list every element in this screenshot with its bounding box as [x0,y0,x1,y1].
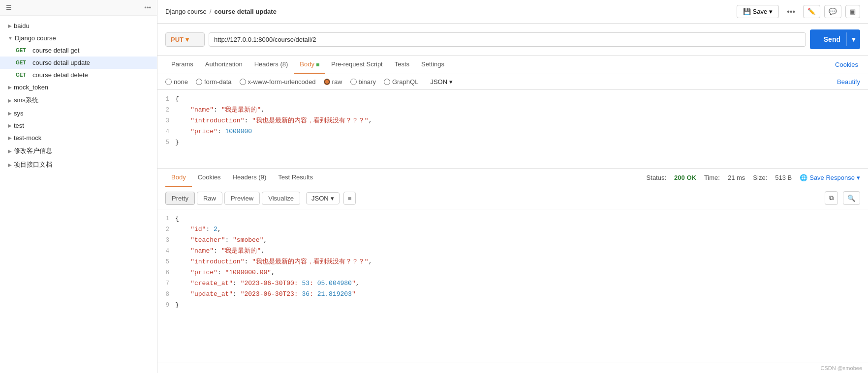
request-tabs: ParamsAuthorizationHeaders (8)BodyPre-re… [157,56,868,74]
resp-format-tab-preview[interactable]: Preview [224,192,260,205]
response-tab-cookies[interactable]: Cookies [192,169,227,187]
line-content: "introduction": "我也是最新的内容，看到我没有？？？", [175,116,372,126]
resp-format-tab-visualize[interactable]: Visualize [262,192,300,205]
save-response-button[interactable]: 🌐 Save Response ▾ [800,174,860,181]
comment-button[interactable]: 💬 [824,5,841,18]
tab-pre-request-script[interactable]: Pre-request Script [325,56,389,74]
extra-button[interactable]: ▣ [845,5,860,18]
method-badge: GET [16,48,30,53]
line-content: } [175,138,179,147]
sidebar-group-test-mock[interactable]: ▶test-mock [0,132,157,144]
sidebar-group-Django-course[interactable]: ▼Django course [0,32,157,44]
sidebar-group-test[interactable]: ▶test [0,119,157,132]
response-format-select[interactable]: JSON▾ [306,192,340,204]
line-content: "price": "1000000.00", [175,268,275,278]
sidebar-group-修改客户信息[interactable]: ▶修改客户信息 [0,144,157,158]
body-radio-form-data[interactable] [196,79,202,85]
body-radio-none[interactable] [165,79,172,85]
tab-params[interactable]: Params [165,56,199,74]
code-line: 6 "price": "1000000.00", [157,267,868,278]
line-number: 1 [157,94,175,104]
code-line: 8 "update_at": "2023-06-30T23: 36: 21.81… [157,289,868,300]
send-dropdown[interactable]: ▾ [846,32,860,46]
more-icon[interactable]: ••• [144,4,151,11]
body-option-raw[interactable]: raw [324,78,342,86]
response-body[interactable]: 1{2 "id": 2,3 "teacher": "smobee",4 "nam… [157,209,868,363]
body-option-label-form-data: form-data [204,78,232,86]
body-option-graphql[interactable]: GraphQL [384,78,418,86]
request-body-editor[interactable]: 1{2 "name": "我是最新的",3 "introduction": "我… [157,90,868,169]
line-number: 4 [157,127,175,137]
arrow-icon: ▶ [8,123,12,128]
sidebar-group-label: Django course [15,34,56,42]
resp-format-tab-raw[interactable]: Raw [197,192,222,205]
line-number: 2 [157,105,175,115]
resp-format-tab-pretty[interactable]: Pretty [165,192,195,205]
cookies-link[interactable]: Cookies [833,56,860,73]
body-option-binary[interactable]: binary [350,78,376,86]
body-format-select[interactable]: JSON▾ [430,78,453,86]
method-arrow: ▾ [186,36,189,43]
line-content: "name": "我是最新的", [175,105,265,115]
filter-icon[interactable]: ☰ [6,4,12,11]
code-line: 1{ [157,213,868,224]
code-line: 4 "price": 1000000 [157,126,868,137]
response-section: BodyCookiesHeaders (9)Test Results Statu… [157,169,868,373]
line-number: 4 [157,246,175,256]
response-tab-test-results[interactable]: Test Results [272,169,319,187]
save-button[interactable]: 💾 Save ▾ [737,5,779,18]
body-radio-raw[interactable] [324,79,330,85]
sidebar-group-mock_token[interactable]: ▶mock_token [0,81,157,93]
search-button[interactable]: 🔍 [843,191,860,205]
body-option-form-data[interactable]: form-data [196,78,232,86]
sidebar-group-baidu[interactable]: ▶baidu [0,20,157,32]
body-option-label-x-www-form-urlencoded: x-www-form-urlencoded [248,78,316,86]
tab-body[interactable]: Body [294,56,325,74]
line-number: 6 [157,268,175,278]
sidebar-group-label: sys [14,110,24,117]
more-button[interactable]: ••• [783,5,799,18]
time-label: Time: [704,174,720,181]
sidebar-item-course-detail-update[interactable]: GETcourse detail update [0,57,157,69]
save-dropdown-arrow[interactable]: ▾ [769,8,773,15]
response-tabs: BodyCookiesHeaders (9)Test Results Statu… [157,169,868,187]
line-number: 3 [157,116,175,126]
method-selector[interactable]: PUT ▾ [165,32,205,47]
body-radio-x-www-form-urlencoded[interactable] [240,79,246,85]
sidebar-group-label: 修改客户信息 [14,146,52,155]
response-tab-headers-(9)[interactable]: Headers (9) [227,169,273,187]
sidebar-group-sms系统[interactable]: ▶sms系统 [0,93,157,107]
sidebar-group-项目接口文档[interactable]: ▶项目接口文档 [0,158,157,172]
edit-button[interactable]: ✏️ [803,5,820,18]
response-filter-button[interactable]: ≡ [343,192,356,205]
body-radio-binary[interactable] [350,79,357,85]
body-option-none[interactable]: none [165,78,188,86]
tab-tests[interactable]: Tests [389,56,415,74]
tab-settings[interactable]: Settings [415,56,450,74]
line-content: "update_at": "2023-06-30T23: 36: 21.8192… [175,289,356,299]
response-tab-body[interactable]: Body [165,169,192,187]
body-option-x-www-form-urlencoded[interactable]: x-www-form-urlencoded [240,78,316,86]
arrow-icon: ▶ [8,98,12,103]
body-radio-graphql[interactable] [384,79,390,85]
endpoint-label: course detail update [32,59,90,66]
cookies-link-container: Cookies [833,61,860,68]
breadcrumb-parent: Django course [165,8,207,15]
sidebar-item-course-detail-get[interactable]: GETcourse detail get [0,44,157,57]
sidebar-item-course-detail-delete[interactable]: GETcourse detail delete [0,69,157,81]
url-input[interactable] [209,32,806,47]
response-status: Status: 200 OK Time: 21 ms Size: 513 B 🌐… [647,174,860,181]
beautify-button[interactable]: Beautify [837,78,860,86]
line-content: "name": "我是最新的", [175,246,265,256]
sidebar-group-sys[interactable]: ▶sys [0,107,157,119]
tab-authorization[interactable]: Authorization [199,56,248,74]
line-number: 1 [157,214,175,224]
sidebar: ☰ ••• ▶baidu▼Django courseGETcourse deta… [0,0,157,373]
sidebar-group-label: baidu [14,22,30,29]
size-value: 513 B [775,174,792,181]
copy-button[interactable]: ⧉ [825,191,838,205]
tab-headers-(8)[interactable]: Headers (8) [248,56,294,74]
sidebar-group-label: test-mock [14,134,41,142]
size-label: Size: [753,174,767,181]
send-button[interactable]: Send ▾ [810,29,860,49]
